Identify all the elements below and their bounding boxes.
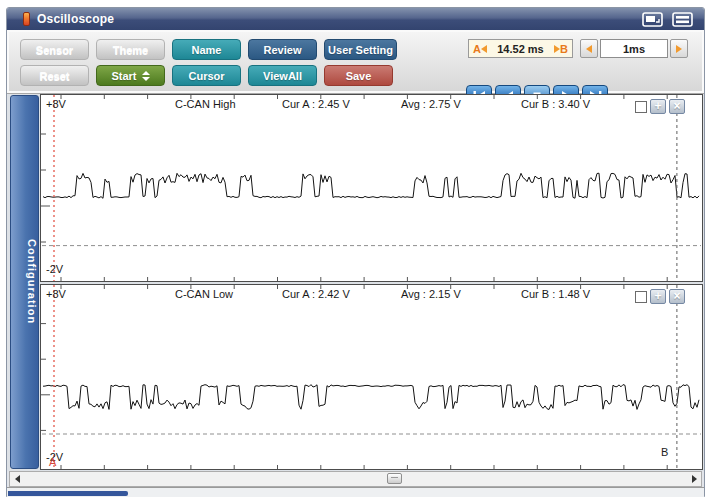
channel-1-checkbox[interactable] xyxy=(635,101,647,113)
channel-2-zoom-icon[interactable]: + xyxy=(650,289,666,304)
channel-2-panel: +8V C-CAN Low Cur A : 2.42 V Avg : 2.15 … xyxy=(40,284,703,470)
channel-2-controls: + × xyxy=(635,289,685,304)
channel-2-cursor-a-value: Cur A : 2.42 V xyxy=(282,288,350,300)
timebase-decrease-button[interactable] xyxy=(580,39,598,58)
channel-2-title: C-CAN Low xyxy=(175,288,233,300)
scroll-right-icon[interactable] xyxy=(687,472,701,486)
cursor-a-marker[interactable]: A xyxy=(49,456,56,468)
viewall-button[interactable]: ViewAll xyxy=(248,65,317,86)
channel-1-cursor-a-value: Cur A : 2.45 V xyxy=(282,98,350,110)
bottom-strip xyxy=(7,487,704,497)
review-button[interactable]: Review xyxy=(248,39,317,60)
toolbar: Sensor Theme Name Review User Setting Re… xyxy=(7,30,704,94)
plot-area: +8V C-CAN High Cur A : 2.45 V Avg : 2.75… xyxy=(40,94,703,471)
sensor-button[interactable]: Sensor xyxy=(20,39,89,60)
capture-window-icon[interactable] xyxy=(641,11,664,27)
scroll-left-icon[interactable] xyxy=(10,472,24,486)
channel-1-zoom-icon[interactable]: + xyxy=(650,99,666,114)
y-max-label: +8V xyxy=(46,288,66,300)
configuration-tab[interactable]: Configuration xyxy=(10,95,39,469)
window-title: Oscilloscope xyxy=(37,12,114,26)
channel-1-avg-value: Avg : 2.75 V xyxy=(401,98,461,110)
user-setting-button[interactable]: User Setting xyxy=(324,39,397,60)
channel-1-waveform-plot[interactable] xyxy=(41,95,702,281)
ab-cursor-readout: A 14.52 ms B xyxy=(468,39,573,58)
channel-2-close-icon[interactable]: × xyxy=(669,289,685,304)
ab-time-value: 14.52 ms xyxy=(487,43,554,55)
oscilloscope-window: Oscilloscope Sensor Theme N xyxy=(6,7,705,497)
channel-1-cursor-b-value: Cur B : 3.40 V xyxy=(521,98,590,110)
name-button[interactable]: Name xyxy=(172,39,241,60)
title-bar[interactable]: Oscilloscope xyxy=(7,8,704,30)
channel-1-panel: +8V C-CAN High Cur A : 2.45 V Avg : 2.75… xyxy=(40,94,703,282)
bottom-progress-bar xyxy=(8,491,128,496)
y-max-label: +8V xyxy=(46,98,66,110)
cursor-a-label: A xyxy=(473,43,481,55)
timebase-field[interactable]: 1ms xyxy=(600,39,668,58)
y-min-label: -2V xyxy=(46,263,63,275)
channel-2-waveform-plot[interactable] xyxy=(41,285,702,469)
start-button-label: Start xyxy=(111,70,136,82)
app-icon xyxy=(23,12,30,26)
channel-1-title: C-CAN High xyxy=(175,98,236,110)
cursor-button[interactable]: Cursor xyxy=(172,65,241,86)
cursor-b-marker[interactable]: B xyxy=(661,446,668,458)
save-button[interactable]: Save xyxy=(324,65,393,86)
start-spinner-icon[interactable] xyxy=(142,71,150,81)
channel-1-controls: + × xyxy=(635,99,685,114)
timebase-increase-button[interactable] xyxy=(670,39,688,58)
channel-1-close-icon[interactable]: × xyxy=(669,99,685,114)
theme-button[interactable]: Theme xyxy=(96,39,165,60)
h-scrollbar-thumb[interactable] xyxy=(387,473,402,484)
start-button[interactable]: Start xyxy=(96,65,165,86)
h-scrollbar[interactable] xyxy=(9,471,702,487)
channel-2-checkbox[interactable] xyxy=(635,291,647,303)
main-area: Configuration +8V C-CAN High Cur A : 2.4… xyxy=(7,94,704,471)
channel-2-avg-value: Avg : 2.15 V xyxy=(401,288,461,300)
reset-button[interactable]: Reset xyxy=(20,65,89,86)
cursor-b-label: B xyxy=(560,43,568,55)
channel-2-cursor-b-value: Cur B : 1.48 V xyxy=(521,288,590,300)
layout-toggle-icon[interactable] xyxy=(671,11,694,27)
